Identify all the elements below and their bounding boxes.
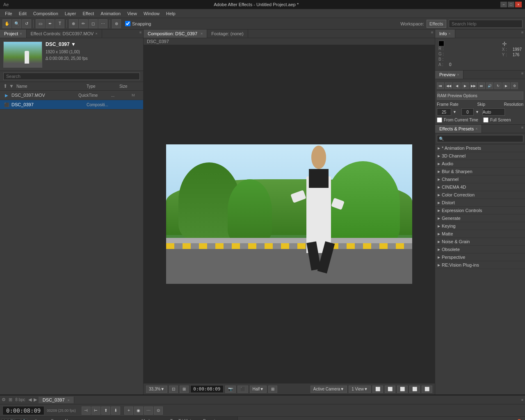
file-item-comp[interactable]: ⬛ DSC_0397 Compositi...: [0, 100, 143, 110]
tab-info-close[interactable]: ×: [448, 32, 450, 36]
category-obsolete[interactable]: ▶ Obsolete: [435, 246, 525, 253]
tool-eraser[interactable]: ◻: [89, 19, 98, 28]
project-search-input[interactable]: [3, 73, 140, 80]
prev-loop[interactable]: ↻: [494, 82, 502, 89]
fps-arrow[interactable]: ▼: [453, 110, 457, 114]
category-cinema4d[interactable]: ▶ CINEMA 4D: [435, 183, 525, 191]
comp-panel-menu[interactable]: ≡: [429, 30, 435, 38]
tl-ctrl-out[interactable]: ⊢: [91, 406, 100, 415]
tab-project-close[interactable]: ×: [20, 32, 22, 36]
category-expression-controls[interactable]: ▶ Expression Controls: [435, 207, 525, 215]
tl-add-icon[interactable]: ⊞: [9, 397, 12, 402]
comp-tab-close[interactable]: ×: [201, 32, 203, 36]
timeline-panel-menu[interactable]: ≡: [520, 397, 525, 403]
fit-btn[interactable]: ⊡: [169, 386, 178, 393]
category-noise-grain[interactable]: ▶ Noise & Grain: [435, 238, 525, 246]
effects-search-input[interactable]: [437, 135, 523, 142]
category-matte[interactable]: ▶ Matte: [435, 230, 525, 238]
tab-effect-close[interactable]: ×: [95, 32, 97, 36]
category-audio[interactable]: ▶ Audio: [435, 160, 525, 168]
tab-footage[interactable]: Footage: (none): [207, 30, 248, 38]
category-revision-plugins[interactable]: ▶ RE:Vision Plug-ins: [435, 261, 525, 269]
tool-text[interactable]: T: [55, 19, 64, 28]
motion-blur-btn[interactable]: ⬜: [397, 386, 408, 393]
category-distort[interactable]: ▶ Distort: [435, 199, 525, 207]
category-channel[interactable]: ▶ Channel: [435, 176, 525, 183]
view-count-btn[interactable]: 1 View ▼: [349, 386, 371, 393]
prev-back-frame[interactable]: ◀: [453, 82, 461, 89]
tab-project[interactable]: Project ×: [0, 30, 27, 38]
overlay-btn[interactable]: ⬜: [422, 386, 432, 393]
category-keying[interactable]: ▶ Keying: [435, 222, 525, 230]
prev-last-frame[interactable]: ⏭: [478, 82, 485, 89]
tab-effects[interactable]: Effects & Presets ×: [435, 125, 482, 133]
file-item-mov[interactable]: ▶ DSC_0397.MOV QuickTime ... M: [0, 91, 143, 100]
tool-brush[interactable]: ✏: [79, 19, 88, 28]
preview-panel-menu[interactable]: ≡: [520, 71, 525, 79]
comp-viewer[interactable]: [144, 45, 435, 383]
switch-eye[interactable]: 👁: [2, 418, 7, 420]
timeline-timecode[interactable]: 0:00:08:09: [2, 406, 44, 415]
tool-pen[interactable]: ✒: [46, 19, 55, 28]
tab-preview[interactable]: Preview ×: [435, 71, 463, 79]
tl-ctrl-solo[interactable]: ◉: [134, 406, 143, 415]
category-blur-sharpen[interactable]: ▶ Blur & Sharpen: [435, 168, 525, 176]
menu-animation[interactable]: Animation: [97, 10, 124, 17]
menu-help[interactable]: Help: [163, 10, 179, 17]
maximize-button[interactable]: □: [508, 2, 514, 7]
tab-info[interactable]: Info ×: [435, 30, 455, 38]
prev-prev-frame[interactable]: ◀◀: [445, 82, 452, 89]
tool-roto[interactable]: ⋯: [98, 19, 107, 28]
tool-puppet[interactable]: ⊛: [112, 19, 121, 28]
prev-settings[interactable]: ⚙: [511, 82, 518, 89]
switch-solo[interactable]: ◉: [15, 418, 21, 420]
menu-edit[interactable]: Edit: [16, 10, 30, 17]
switch-lock[interactable]: 🔒: [21, 418, 27, 420]
active-camera-btn[interactable]: Active Camera ▼: [310, 386, 347, 393]
prev-stop[interactable]: ▶: [461, 82, 469, 89]
switch-audio[interactable]: 🔊: [8, 418, 14, 420]
tl-ctrl-extract[interactable]: ⬇: [111, 406, 120, 415]
tool-clone[interactable]: ⊕: [69, 19, 78, 28]
category-generate[interactable]: ▶ Generate: [435, 215, 525, 222]
tool-rotate[interactable]: ↺: [22, 19, 31, 28]
prev-first-frame[interactable]: ⏮: [437, 82, 444, 89]
from-current-checkbox[interactable]: [437, 117, 442, 123]
quality-select[interactable]: Half ▼: [250, 386, 267, 393]
tool-hand[interactable]: ✋: [2, 19, 11, 28]
tool-zoom[interactable]: 🔍: [12, 19, 21, 28]
prev-next-frame[interactable]: ▶▶: [470, 82, 477, 89]
zoom-display[interactable]: 33,3% ▼: [146, 386, 167, 393]
menu-file[interactable]: File: [2, 10, 16, 17]
project-panel-menu[interactable]: ≡: [138, 30, 143, 38]
tl-settings-icon[interactable]: ⚙: [2, 397, 6, 402]
tl-ctrl-motion[interactable]: ⋯: [144, 406, 153, 415]
color-btn[interactable]: ⬛: [237, 386, 248, 393]
tl-ctrl-lift[interactable]: ⬆: [101, 406, 110, 415]
category-perspective[interactable]: ▶ Perspective: [435, 253, 525, 261]
ram-preview-select[interactable]: RAM Preview Options: [437, 91, 523, 100]
checkerboard-btn[interactable]: ⊞: [268, 386, 277, 393]
info-panel-menu[interactable]: ≡: [520, 30, 525, 38]
prev-ram[interactable]: ▶: [502, 82, 510, 89]
skip-input[interactable]: [461, 108, 474, 116]
pixel-aspect-btn[interactable]: ⊞: [180, 386, 189, 393]
full-screen-checkbox[interactable]: [483, 117, 488, 123]
freeze-btn[interactable]: ⬜: [409, 386, 420, 393]
tab-effects-close[interactable]: ×: [475, 127, 477, 131]
prev-audio[interactable]: 🔊: [486, 82, 493, 89]
tl-ctrl-in[interactable]: ⊣: [82, 406, 91, 415]
timeline-tab-close[interactable]: ×: [68, 398, 70, 402]
time-display[interactable]: 0:00:08:09: [190, 385, 223, 393]
category-3d-channel[interactable]: ▶ 3D Channel: [435, 152, 525, 160]
tab-preview-close[interactable]: ×: [457, 73, 459, 77]
menu-effect[interactable]: Effect: [79, 10, 97, 17]
category-animation-presets[interactable]: ▶ * Animation Presets: [435, 144, 525, 152]
timeline-tab-comp[interactable]: DSC_0397 ×: [39, 397, 74, 403]
category-color-correction[interactable]: ▶ Color Correction: [435, 191, 525, 199]
menu-view[interactable]: View: [124, 10, 140, 17]
effects-panel-menu[interactable]: ≡: [520, 125, 525, 133]
menu-composition[interactable]: Composition: [30, 10, 62, 17]
tab-effect-controls[interactable]: Effect Controls: DSC0397.MOV ×: [27, 30, 102, 38]
minimize-button[interactable]: −: [500, 2, 507, 7]
